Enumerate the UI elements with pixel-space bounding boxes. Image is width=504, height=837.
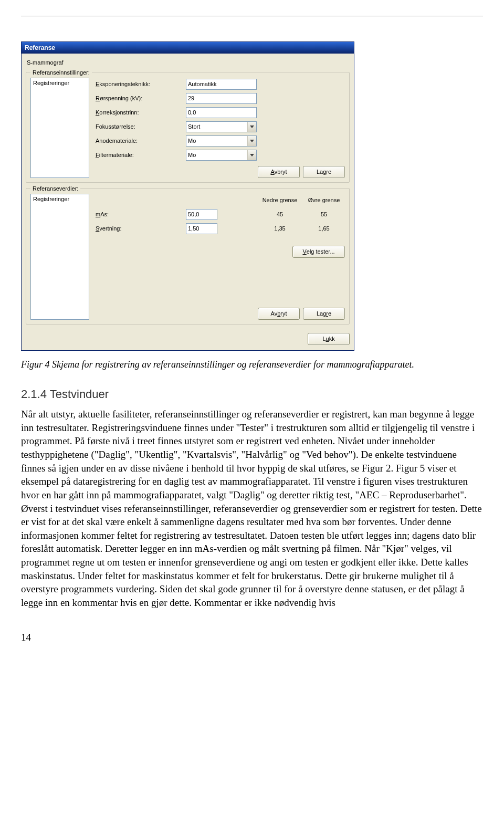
filtermateriale-label: Filtermateriale:: [94, 151, 184, 159]
chevron-down-icon: [247, 122, 256, 132]
korreksjonstrinn-input[interactable]: [186, 107, 257, 118]
figure-caption: Figur 4 Skjema for registrering av refer…: [21, 358, 483, 371]
anodemateriale-select[interactable]: [186, 135, 257, 147]
lagre-button-1[interactable]: Lagre: [303, 166, 345, 178]
mas-ovre: 55: [303, 211, 345, 218]
eksponeringsteknikk-select[interactable]: [186, 79, 257, 90]
ovre-grense-header: Øvre grense: [303, 196, 345, 204]
filtermateriale-select[interactable]: [186, 150, 257, 161]
registreringer-list-1[interactable]: Registreringer: [30, 78, 89, 178]
window-titlebar: Referanse: [22, 42, 354, 54]
anodemateriale-label: Anodemateriale:: [94, 137, 184, 145]
mas-nedre: 45: [259, 211, 301, 218]
nedre-grense-header: Nedre grense: [259, 196, 301, 204]
page-number: 14: [21, 631, 483, 644]
mas-label: mAs:: [94, 211, 184, 218]
chevron-down-icon: [247, 150, 256, 160]
lagre-button-2[interactable]: Lagre: [303, 308, 345, 320]
anodemateriale-value[interactable]: [186, 135, 257, 147]
group1-legend: Referanseinnstillinger:: [30, 69, 92, 77]
velg-tester-button[interactable]: Velg tester...: [292, 246, 345, 258]
list1-header: Registreringer: [33, 79, 87, 87]
group2-legend: Referanseverdier:: [30, 185, 80, 193]
fokusstorrelse-label: Fokusstørrelse:: [94, 123, 184, 131]
eksponeringsteknikk-label: Eksponeringsteknikk:: [94, 80, 184, 88]
section-heading: 2.1.4 Testvinduer: [21, 386, 483, 402]
filtermateriale-value[interactable]: [186, 150, 257, 161]
fokusstorrelse-value[interactable]: [186, 121, 257, 132]
referanse-window: Referanse S-mammograf Referanseinnstilli…: [21, 41, 354, 351]
korreksjonstrinn-label: Korreksjonstrinn:: [94, 109, 184, 117]
chevron-down-icon: [247, 136, 256, 146]
section-paragraph: Når alt utstyr, aktuelle fasiliteter, re…: [21, 407, 483, 610]
avbryt-button-2[interactable]: Avbryt: [258, 308, 300, 320]
list2-header: Registreringer: [33, 195, 87, 203]
window-client: S-mammograf Referanseinnstillinger: Regi…: [22, 54, 354, 350]
window-title: Referanse: [25, 44, 55, 51]
mas-input[interactable]: [186, 209, 217, 220]
eksponeringsteknikk-value[interactable]: [186, 79, 257, 90]
avbryt-button-1[interactable]: Avbryt: [258, 166, 300, 178]
rorspenning-label: Rørspenning (kV):: [94, 95, 184, 102]
svertning-label: Svertning:: [94, 225, 184, 233]
groupbox-referanseverdier: Referanseverdier: Registreringer Nedre g…: [26, 188, 350, 325]
svertning-nedre: 1,35: [259, 225, 301, 233]
rorspenning-input[interactable]: [186, 93, 257, 104]
registreringer-list-2[interactable]: Registreringer: [30, 194, 89, 320]
svertning-ovre: 1,65: [303, 225, 345, 233]
lukk-button[interactable]: Lukk: [308, 333, 350, 345]
svertning-input[interactable]: [186, 223, 217, 234]
fokusstorrelse-select[interactable]: [186, 121, 257, 132]
page-top-rule: [21, 16, 483, 16]
groupbox-referanseinnstillinger: Referanseinnstillinger: Registreringer E…: [26, 72, 350, 183]
